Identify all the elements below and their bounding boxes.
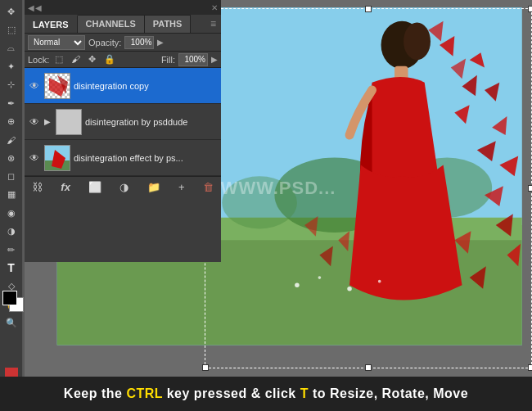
caption-bar: Keep the CTRL key pressed & click T to R… bbox=[0, 377, 532, 411]
tool-quick-mask[interactable]: ▪ bbox=[5, 368, 18, 377]
layer-3-visibility[interactable]: 👁 bbox=[28, 151, 41, 165]
panel-tabs: LAYERS CHANNELS PATHS ≡ bbox=[25, 15, 221, 34]
tab-paths[interactable]: PATHS bbox=[145, 15, 192, 33]
opacity-input[interactable] bbox=[124, 36, 154, 49]
layer-1-thumb bbox=[44, 73, 70, 99]
lock-all-btn[interactable]: 🔒 bbox=[101, 55, 118, 64]
layers-panel: ◀◀ ✕ LAYERS CHANNELS PATHS ≡ Normal Mult… bbox=[25, 0, 221, 262]
tool-zoom[interactable]: 🔍 bbox=[2, 314, 20, 331]
layer-2-visibility[interactable]: 👁 bbox=[28, 115, 41, 129]
layer-item-2[interactable]: 👁 ▶ disintegration by psddude bbox=[25, 104, 221, 140]
panel-menu-icon[interactable]: ≡ bbox=[205, 15, 221, 33]
lock-brush-btn[interactable]: 🖌 bbox=[69, 55, 83, 64]
link-layers-btn[interactable]: ⛓ bbox=[29, 182, 45, 192]
tool-gradient[interactable]: ▦ bbox=[2, 187, 20, 203]
new-layer-btn[interactable]: + bbox=[176, 182, 187, 192]
tool-crop[interactable]: ⊹ bbox=[2, 77, 20, 93]
layer-2-name: disintegration by psddude bbox=[85, 117, 218, 127]
tool-blur[interactable]: ◉ bbox=[2, 205, 20, 221]
layer-2-thumb bbox=[56, 109, 82, 135]
tool-eyedropper[interactable]: ✒ bbox=[2, 95, 20, 111]
tool-pen[interactable]: ✏ bbox=[2, 242, 20, 258]
tool-text[interactable]: T bbox=[2, 260, 20, 276]
layer-3-name: disintegration effect by ps... bbox=[74, 153, 218, 163]
panel-collapse-icon[interactable]: ◀◀ bbox=[28, 3, 43, 12]
layer-1-name: disintegration copy bbox=[74, 81, 218, 91]
tab-layers[interactable]: LAYERS bbox=[25, 15, 78, 33]
tool-eraser[interactable]: ◻ bbox=[2, 168, 20, 184]
svg-point-5 bbox=[222, 176, 297, 228]
layer-item-3[interactable]: 👁 disintegration effect by ps... bbox=[25, 140, 221, 176]
color-swatches bbox=[2, 291, 24, 310]
blend-mode-row: Normal Multiply Screen Opacity: ▶ bbox=[25, 34, 221, 52]
caption-highlight-t: T bbox=[300, 386, 309, 400]
layer-item-1[interactable]: 👁 disintegration copy bbox=[25, 68, 221, 104]
tool-dodge[interactable]: ◑ bbox=[2, 224, 20, 240]
blend-mode-select[interactable]: Normal Multiply Screen bbox=[28, 35, 85, 50]
svg-point-30 bbox=[378, 280, 381, 283]
opacity-label: Opacity: bbox=[88, 38, 121, 47]
tab-channels[interactable]: CHANNELS bbox=[78, 15, 145, 33]
lock-transparent-btn[interactable]: ⬚ bbox=[52, 55, 65, 64]
caption-highlight-ctrl: CTRL bbox=[126, 386, 162, 400]
adjustment-btn[interactable]: ◑ bbox=[117, 182, 131, 192]
layer-1-visibility[interactable]: 👁 bbox=[28, 79, 41, 93]
fill-input[interactable] bbox=[178, 53, 208, 66]
lock-move-btn[interactable]: ✥ bbox=[86, 55, 98, 64]
svg-point-28 bbox=[318, 276, 322, 279]
lock-row: Lock: ⬚ 🖌 ✥ 🔒 Fill: ▶ bbox=[25, 52, 221, 68]
lock-label: Lock: bbox=[28, 55, 49, 65]
layers-list: 👁 disintegration copy 👁 ▶ disintegration bbox=[25, 68, 221, 176]
svg-rect-34 bbox=[56, 110, 82, 135]
tool-move[interactable]: ✥ bbox=[2, 3, 20, 20]
svg-point-27 bbox=[295, 282, 299, 287]
tool-marquee[interactable]: ⬚ bbox=[2, 21, 20, 38]
panel-close-icon[interactable]: ✕ bbox=[211, 3, 218, 12]
svg-point-29 bbox=[347, 287, 351, 291]
add-mask-btn[interactable]: ⬜ bbox=[86, 182, 104, 192]
delete-layer-btn[interactable]: 🗑 bbox=[201, 182, 216, 192]
caption-text: Keep the CTRL key pressed & click T to R… bbox=[64, 386, 468, 401]
tool-wand[interactable]: ✦ bbox=[2, 58, 20, 75]
panel-header: ◀◀ ✕ bbox=[25, 0, 221, 15]
tool-heal[interactable]: ⊕ bbox=[2, 113, 20, 129]
tool-lasso[interactable]: ⌓ bbox=[2, 40, 20, 56]
tool-clone[interactable]: ⊗ bbox=[2, 150, 20, 166]
group-btn[interactable]: 📁 bbox=[145, 182, 163, 192]
tool-brush[interactable]: 🖌 bbox=[2, 132, 20, 148]
layer-3-thumb bbox=[44, 145, 70, 171]
svg-point-7 bbox=[404, 22, 431, 60]
fx-btn[interactable]: fx bbox=[58, 182, 73, 192]
layer-2-arrow[interactable]: ▶ bbox=[44, 117, 52, 126]
left-toolbar: ✥ ⬚ ⌓ ✦ ⊹ ✒ ⊕ 🖌 ⊗ ◻ ▦ ◉ ◑ ✏ T ◇ ✋ 🔍 ▪ bbox=[0, 0, 23, 377]
panel-bottom-bar: ⛓ fx ⬜ ◑ 📁 + 🗑 bbox=[25, 176, 221, 197]
fill-label: Fill: bbox=[161, 55, 175, 65]
opacity-arrow[interactable]: ▶ bbox=[157, 38, 164, 47]
fill-arrow[interactable]: ▶ bbox=[211, 55, 218, 64]
fg-color-swatch[interactable] bbox=[2, 291, 17, 305]
